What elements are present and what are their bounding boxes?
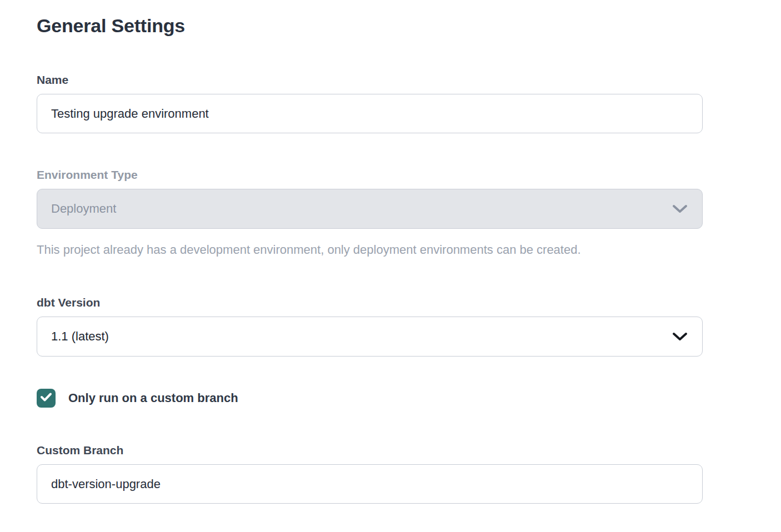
environment-type-field-group: Environment Type Deployment This project… xyxy=(37,168,703,257)
custom-branch-field-group: Custom Branch xyxy=(37,444,703,504)
dbt-version-field-group: dbt Version 1.1 (latest) xyxy=(37,296,703,357)
environment-type-select: Deployment xyxy=(37,189,703,229)
environment-type-label: Environment Type xyxy=(37,168,703,182)
name-label: Name xyxy=(37,73,703,87)
check-icon xyxy=(40,392,52,404)
name-input[interactable] xyxy=(37,94,703,133)
general-settings-page: General Settings Name Environment Type D… xyxy=(0,0,781,504)
chevron-down-icon xyxy=(672,204,688,213)
dbt-version-label: dbt Version xyxy=(37,296,703,309)
chevron-down-icon xyxy=(672,332,688,341)
dbt-version-select[interactable]: 1.1 (latest) xyxy=(37,317,703,357)
name-field-group: Name xyxy=(37,73,703,133)
custom-branch-input[interactable] xyxy=(37,464,703,504)
custom-branch-label: Custom Branch xyxy=(37,444,703,457)
custom-branch-toggle-label: Only run on a custom branch xyxy=(68,391,238,405)
dbt-version-selected-value: 1.1 (latest) xyxy=(51,329,109,344)
custom-branch-toggle-row[interactable]: Only run on a custom branch xyxy=(37,389,703,408)
environment-type-help-text: This project already has a development e… xyxy=(37,243,703,257)
page-title: General Settings xyxy=(37,14,703,37)
custom-branch-checkbox[interactable] xyxy=(37,389,56,408)
environment-type-selected-value: Deployment xyxy=(51,202,116,216)
